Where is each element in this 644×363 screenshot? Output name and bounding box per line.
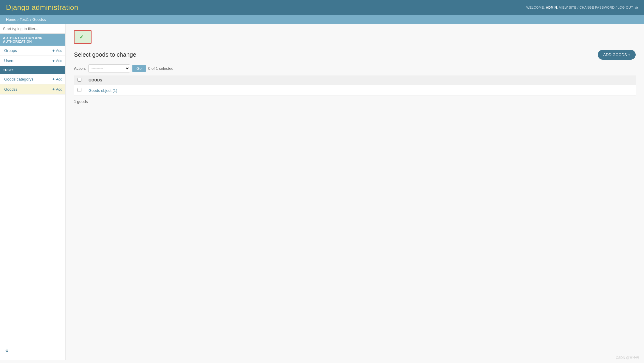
sidebar-add-goods-categorys[interactable]: + Add <box>52 77 62 81</box>
row-checkbox[interactable] <box>78 88 81 92</box>
sidebar-filter-input[interactable] <box>0 24 65 34</box>
sidebar-item-users: Users + Add <box>0 56 65 66</box>
sidebar-link-goodss[interactable]: Goodss <box>4 87 18 92</box>
success-check-icon: ✔ <box>79 34 84 40</box>
page-title: Select goods to change <box>74 51 136 58</box>
select-all-checkbox[interactable] <box>78 78 81 82</box>
sidebar-section-test1: TEST1 <box>0 66 65 74</box>
add-goods-button[interactable]: ADD GOODS + <box>598 50 636 60</box>
sidebar-collapse-button[interactable]: « <box>3 347 10 354</box>
main-content: ✔ Select goods to change ADD GOODS + Act… <box>66 24 644 360</box>
breadcrumb-sep-1: › <box>17 17 20 22</box>
action-bar: Action: --------- Go 0 of 1 selected <box>74 64 636 72</box>
breadcrumb-test1[interactable]: Test1 <box>20 17 29 22</box>
user-tools: WELCOME, ADMIN. VIEW SITE / CHANGE PASSW… <box>526 6 638 10</box>
success-message-banner: ✔ <box>74 30 92 44</box>
table-header-checkbox-col <box>74 75 85 85</box>
breadcrumb-sep-2: › <box>30 17 32 22</box>
breadcrumb-home[interactable]: Home <box>6 17 16 22</box>
selected-count: 0 of 1 selected <box>148 66 174 71</box>
view-site-link[interactable]: VIEW SITE <box>559 6 576 9</box>
table-row: Goods object (1) <box>74 85 636 96</box>
welcome-text: WELCOME, <box>526 6 546 9</box>
result-count: 1 goods <box>74 99 636 104</box>
goods-table: GOODS Goods object (1) <box>74 75 636 96</box>
action-select[interactable]: --------- <box>88 64 130 72</box>
sidebar-link-groups[interactable]: Groups <box>4 48 17 53</box>
site-header: Django administration WELCOME, ADMIN. VI… <box>0 0 644 15</box>
sidebar-add-goodss[interactable]: + Add <box>52 87 62 92</box>
action-go-button[interactable]: Go <box>132 65 146 72</box>
site-brand: Django administration <box>6 3 78 12</box>
sidebar-add-users[interactable]: + Add <box>52 59 62 63</box>
table-cell-goods-name: Goods object (1) <box>85 85 636 96</box>
sidebar-link-goods-categorys[interactable]: Goods categorys <box>4 77 33 81</box>
goods-object-link[interactable]: Goods object (1) <box>89 88 117 93</box>
sidebar-section-auth: AUTHENTICATION AND AUTHORIZATION <box>0 34 65 46</box>
title-row: Select goods to change ADD GOODS + <box>74 50 636 60</box>
watermark: CSDN @画冷云 <box>616 356 639 360</box>
sidebar: AUTHENTICATION AND AUTHORIZATION Groups … <box>0 24 66 360</box>
username: ADMIN <box>546 6 557 9</box>
sidebar-item-groups: Groups + Add <box>0 46 65 56</box>
table-cell-checkbox <box>74 85 85 96</box>
sidebar-item-goodss: Goodss + Add <box>0 84 65 95</box>
theme-toggle-icon[interactable]: ◑ <box>635 6 638 9</box>
action-label: Action: <box>74 66 86 71</box>
sidebar-link-users[interactable]: Users <box>4 58 14 63</box>
log-out-link[interactable]: LOG OUT <box>618 6 633 9</box>
change-password-link[interactable]: CHANGE PASSWORD <box>579 6 614 9</box>
table-header-row: GOODS <box>74 75 636 85</box>
breadcrumb-current: Goodss <box>32 17 46 22</box>
table-header-goods: GOODS <box>85 75 636 85</box>
sidebar-add-groups[interactable]: + Add <box>52 49 62 53</box>
breadcrumb: Home › Test1 › Goodss <box>0 15 644 24</box>
sidebar-item-goods-categorys: Goods categorys + Add <box>0 74 65 84</box>
